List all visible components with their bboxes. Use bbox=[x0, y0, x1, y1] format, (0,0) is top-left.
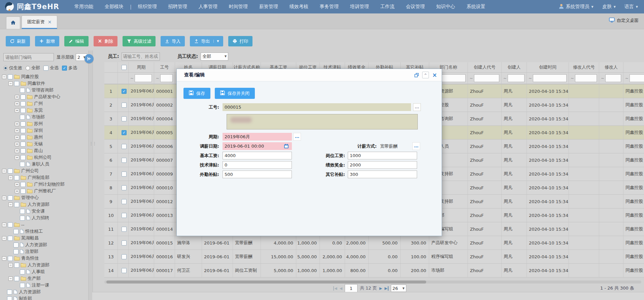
tree-item[interactable]: 管理咨询部 bbox=[0, 87, 88, 93]
tree-item[interactable]: −广州制造部 bbox=[0, 174, 88, 181]
tree-checkbox[interactable] bbox=[14, 175, 19, 180]
tree-checkbox[interactable] bbox=[8, 222, 13, 227]
column-filter-input[interactable] bbox=[605, 74, 621, 82]
tree-checkbox[interactable] bbox=[21, 142, 26, 147]
column-filter-input[interactable] bbox=[630, 74, 644, 82]
column-filter-input[interactable] bbox=[135, 74, 152, 82]
expand-node-icon[interactable]: + bbox=[15, 95, 19, 99]
custom-desktop-button[interactable]: 自定义桌面 bbox=[609, 17, 639, 24]
table-row[interactable]: 132019年06月000016研发兴2019-06-01宽带薪酬15,000.… bbox=[104, 250, 644, 264]
checkbox-select-all[interactable] bbox=[43, 66, 48, 71]
row-checkbox[interactable] bbox=[122, 144, 127, 149]
tree-checkbox[interactable] bbox=[13, 249, 19, 254]
tree-item[interactable]: +深圳 bbox=[0, 127, 88, 134]
tree-item[interactable]: −青岛恒佳 bbox=[0, 255, 88, 262]
tree-checkbox[interactable] bbox=[8, 236, 13, 241]
tree-item[interactable]: 人力资源部 bbox=[0, 289, 88, 295]
tree-item[interactable]: +苏州 bbox=[0, 120, 88, 127]
tree-item[interactable]: 注塑一课 bbox=[0, 282, 88, 289]
period-lookup-button[interactable]: … bbox=[293, 133, 301, 141]
row-checkbox[interactable] bbox=[122, 268, 127, 273]
adjust-date-field[interactable]: 2019-06-01 00:00 bbox=[223, 142, 292, 150]
tree-item[interactable]: 制造部 bbox=[0, 295, 88, 300]
other-allowance-input[interactable] bbox=[348, 171, 417, 178]
tree-checkbox[interactable] bbox=[21, 148, 26, 153]
nav-item-11[interactable]: 工作流 bbox=[375, 4, 400, 10]
tree-checkbox[interactable] bbox=[21, 95, 26, 100]
nav-item-4[interactable]: 招聘管理 bbox=[163, 4, 193, 10]
plus-button[interactable]: +新增 bbox=[35, 36, 59, 46]
edit-button[interactable]: 编辑 bbox=[64, 36, 89, 46]
tree-item[interactable]: +杭州公司 bbox=[0, 154, 88, 161]
tree-checkbox[interactable] bbox=[8, 256, 13, 261]
nav-item-9[interactable]: 事务管理 bbox=[314, 4, 344, 10]
tree-item[interactable]: −芜湖毅昌 bbox=[0, 235, 88, 241]
collapse-node-icon[interactable]: − bbox=[8, 263, 13, 267]
row-checkbox[interactable] bbox=[122, 227, 127, 232]
tree-item[interactable]: 恒佳精工 bbox=[0, 228, 88, 235]
tree-checkbox[interactable] bbox=[14, 276, 19, 281]
horizontal-scrollbar[interactable] bbox=[104, 280, 641, 284]
tree-item[interactable]: +昆山 bbox=[0, 147, 88, 154]
checkbox-multi-select[interactable]: ✓ bbox=[62, 66, 67, 71]
expand-node-icon[interactable]: + bbox=[15, 182, 19, 187]
dropdown-caret-icon[interactable]: ▼ bbox=[213, 40, 219, 43]
tree-checkbox[interactable] bbox=[20, 216, 25, 221]
tree-checkbox[interactable] bbox=[21, 135, 26, 140]
tree-item[interactable]: 兼职人员 bbox=[0, 161, 88, 167]
tree-checkbox[interactable] bbox=[20, 283, 25, 288]
filter-button[interactable]: 高级过滤 bbox=[123, 36, 156, 46]
tab-fixed-salary[interactable]: 固定薪资 × bbox=[22, 15, 57, 29]
expand-node-icon[interactable]: + bbox=[15, 102, 19, 106]
expand-node-icon[interactable]: + bbox=[15, 122, 19, 126]
tree-checkbox[interactable] bbox=[20, 88, 25, 93]
tree-checkbox[interactable] bbox=[21, 155, 26, 160]
skin-menu[interactable]: 皮肤▼ bbox=[602, 4, 616, 10]
nav-item-8[interactable]: 绩效考核 bbox=[284, 4, 314, 10]
collapse-dialog-icon[interactable]: ^ bbox=[422, 72, 429, 78]
tree-checkbox[interactable] bbox=[7, 296, 12, 300]
tree-item[interactable]: −管理中心 bbox=[0, 194, 88, 201]
tree-item[interactable]: +广州计划物控部 bbox=[0, 181, 88, 188]
row-checkbox[interactable] bbox=[122, 213, 127, 218]
tree-checkbox[interactable] bbox=[14, 202, 19, 207]
row-checkbox[interactable] bbox=[122, 240, 127, 246]
column-filter-input[interactable] bbox=[533, 74, 567, 82]
tree-item[interactable]: 市场部 bbox=[0, 114, 88, 120]
period-field[interactable]: 2019年06月 bbox=[223, 133, 292, 141]
tree-item[interactable]: −同鑫软件 bbox=[0, 80, 88, 87]
nav-item-1[interactable]: 常用功能 bbox=[69, 4, 99, 10]
tab-home[interactable] bbox=[6, 16, 20, 29]
tree-checkbox[interactable] bbox=[20, 209, 25, 214]
table-row[interactable]: 122019年06月000015施华洛2019-06-01宽带薪酬4,000.0… bbox=[104, 236, 644, 250]
collapse-node-icon[interactable]: − bbox=[2, 169, 6, 173]
tree-item[interactable]: 人事组 bbox=[0, 268, 88, 275]
tree-item[interactable]: 人力资源部 bbox=[0, 241, 88, 248]
page-number-input[interactable] bbox=[345, 284, 358, 292]
collapse-node-icon[interactable]: − bbox=[2, 196, 6, 200]
empno-field[interactable]: 000015 bbox=[223, 103, 411, 111]
expand-node-icon[interactable]: + bbox=[15, 149, 19, 153]
tree-item[interactable]: 人力招聘 bbox=[0, 215, 88, 221]
expand-node-icon[interactable]: + bbox=[15, 189, 19, 193]
next-page-icon[interactable]: ▶ bbox=[379, 286, 382, 291]
last-page-icon[interactable]: ▶ bbox=[384, 286, 388, 291]
tree-checkbox[interactable] bbox=[21, 182, 26, 187]
tree-item[interactable]: +产品研发中心 bbox=[0, 93, 88, 100]
dialog-header[interactable]: 查看/编辑 ^ × bbox=[177, 69, 442, 81]
collapse-node-icon[interactable]: − bbox=[8, 81, 13, 86]
close-dialog-icon[interactable]: × bbox=[432, 72, 438, 78]
row-checkbox[interactable] bbox=[122, 254, 127, 259]
nav-item-3[interactable]: 组织管理 bbox=[132, 4, 163, 10]
row-checkbox[interactable] bbox=[122, 185, 127, 190]
tree-item[interactable]: −生产部 bbox=[0, 275, 88, 282]
row-checkbox[interactable]: ✓ bbox=[122, 89, 127, 94]
tree-item[interactable]: +无锡 bbox=[0, 141, 88, 147]
radio-active-only[interactable] bbox=[3, 66, 8, 70]
row-checkbox[interactable] bbox=[122, 116, 127, 121]
dept-code-input[interactable] bbox=[3, 53, 54, 61]
language-menu[interactable]: 语言▼ bbox=[624, 4, 638, 10]
employee-search-input[interactable] bbox=[122, 52, 160, 61]
tree-item[interactable]: −-- bbox=[0, 221, 88, 228]
tree-item[interactable]: 注塑部 bbox=[0, 248, 88, 255]
